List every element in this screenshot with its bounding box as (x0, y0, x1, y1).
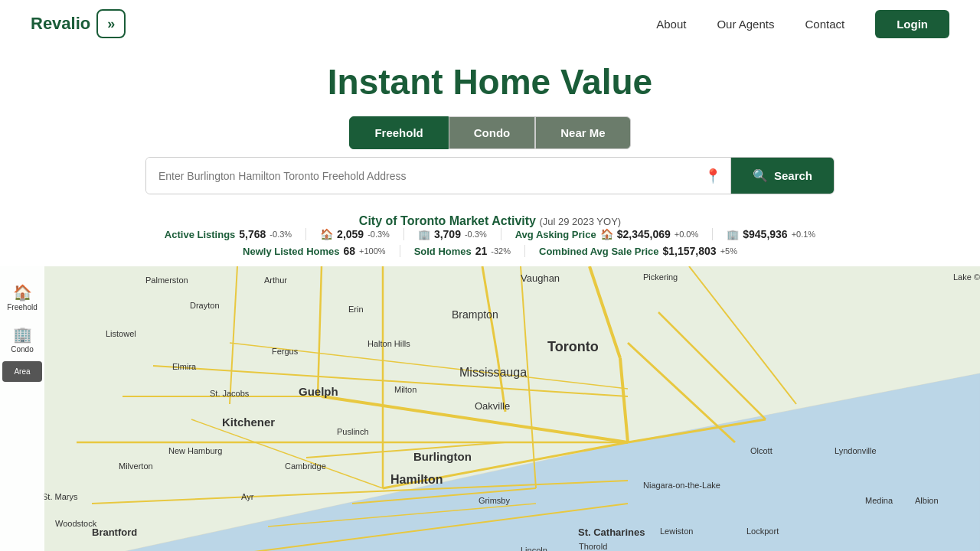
nav-about[interactable]: About (656, 18, 686, 31)
search-icon: 🔍 (753, 168, 768, 183)
market-date: (Jul 29 2023 YOY) (539, 216, 621, 227)
nav-links: About Our Agents Contact Login (656, 10, 949, 38)
logo[interactable]: Revalio » (31, 9, 126, 38)
newly-listed-label: Newly Listed Homes (243, 246, 339, 257)
search-button-label: Search (774, 169, 812, 182)
combined-avg-change: +5% (720, 246, 737, 256)
login-button[interactable]: Login (875, 10, 949, 38)
map-container[interactable]: Palmerston Arthur Vaughan Pickering Dray… (0, 266, 980, 551)
active-listings-label: Active Listings (165, 229, 235, 240)
logo-icon: » (96, 9, 126, 38)
condo-building-icon: 🏢 (13, 325, 32, 344)
search-button[interactable]: 🔍 Search (731, 158, 834, 194)
search-bar-container: 📍 🔍 Search (0, 157, 980, 194)
tab-near-me[interactable]: Near Me (535, 116, 630, 149)
newly-listed-value: 68 (343, 245, 355, 257)
map-sidebar-condo-label: Condo (11, 345, 33, 354)
combined-avg-label: Combined Avg Sale Price (539, 246, 659, 257)
hero-section: Instant Home Value Freehold Condo Near M… (0, 47, 980, 204)
property-type-tabs: Freehold Condo Near Me (0, 116, 980, 149)
active-listings-change: -0.3% (270, 230, 292, 239)
building-icon: 🏢 (418, 229, 430, 240)
sold-homes-value: 21 (475, 245, 488, 257)
nav-agents[interactable]: Our Agents (717, 18, 774, 31)
map-svg (0, 266, 980, 551)
map-sidebar: 🏠 Freehold 🏢 Condo Area (0, 266, 44, 551)
logo-text: Revalio (31, 14, 90, 34)
avg-asking-bldg-stat: 🏢 $945,936 +0.1% (713, 228, 829, 240)
active-listings-value: 5,768 (239, 228, 266, 240)
tab-freehold[interactable]: Freehold (349, 116, 448, 149)
market-stats-section: City of Toronto Market Activity (Jul 29 … (0, 204, 980, 266)
newly-listed-stat: Newly Listed Homes 68 +100% (229, 245, 400, 257)
house-icon: 🏠 (320, 228, 333, 240)
sold-homes-label: Sold Homes (414, 246, 472, 257)
bldg-listings-stat: 🏢 3,709 -0.3% (404, 228, 501, 240)
newly-listed-change: +100% (359, 246, 386, 256)
map-sidebar-freehold[interactable]: 🏠 Freehold (2, 277, 42, 318)
tab-condo[interactable]: Condo (449, 116, 535, 149)
combined-avg-value: $1,157,803 (663, 245, 717, 257)
sold-homes-change: -32% (491, 246, 511, 256)
location-pin-icon: 📍 (695, 158, 731, 194)
navbar: Revalio » About Our Agents Contact Login (0, 0, 980, 47)
avg-asking-bldg-change: +0.1% (792, 230, 816, 239)
search-input[interactable] (146, 158, 695, 194)
hero-title: Instant Home Value (0, 61, 980, 103)
house-listings-value: 2,059 (337, 228, 364, 240)
house-asking-icon: 🏠 (600, 228, 613, 240)
map-sidebar-area[interactable]: Area (2, 361, 42, 382)
avg-asking-price-stat: Avg Asking Price 🏠 $2,345,069 +0.0% (501, 228, 714, 240)
map-sidebar-condo[interactable]: 🏢 Condo (2, 319, 42, 360)
active-listings-stat: Active Listings 5,768 -0.3% (151, 228, 306, 240)
avg-asking-house-change: +0.0% (675, 230, 699, 239)
stats-row-1: Active Listings 5,768 -0.3% 🏠 2,059 -0.3… (0, 228, 980, 240)
bldg-listings-value: 3,709 (434, 228, 461, 240)
avg-asking-label: Avg Asking Price (515, 229, 596, 240)
house-listings-change: -0.3% (368, 230, 390, 239)
sold-homes-stat: Sold Homes 21 -32% (400, 245, 525, 257)
avg-asking-house-value: $2,345,069 (617, 228, 671, 240)
map-background: Palmerston Arthur Vaughan Pickering Dray… (0, 266, 980, 551)
freehold-house-icon: 🏠 (13, 283, 32, 302)
combined-avg-stat: Combined Avg Sale Price $1,157,803 +5% (525, 245, 751, 257)
avg-asking-bldg-value: $945,936 (743, 228, 787, 240)
market-title: City of Toronto Market Activity (359, 214, 536, 227)
map-sidebar-area-label: Area (14, 367, 30, 376)
building-asking-icon: 🏢 (727, 229, 739, 240)
bldg-listings-change: -0.3% (465, 230, 487, 239)
search-bar: 📍 🔍 Search (145, 157, 835, 194)
nav-contact[interactable]: Contact (805, 18, 844, 31)
map-sidebar-freehold-label: Freehold (7, 303, 37, 311)
house-listings-stat: 🏠 2,059 -0.3% (306, 228, 404, 240)
stats-row-2: Newly Listed Homes 68 +100% Sold Homes 2… (0, 245, 980, 257)
market-title-row: City of Toronto Market Activity (Jul 29 … (0, 214, 980, 228)
